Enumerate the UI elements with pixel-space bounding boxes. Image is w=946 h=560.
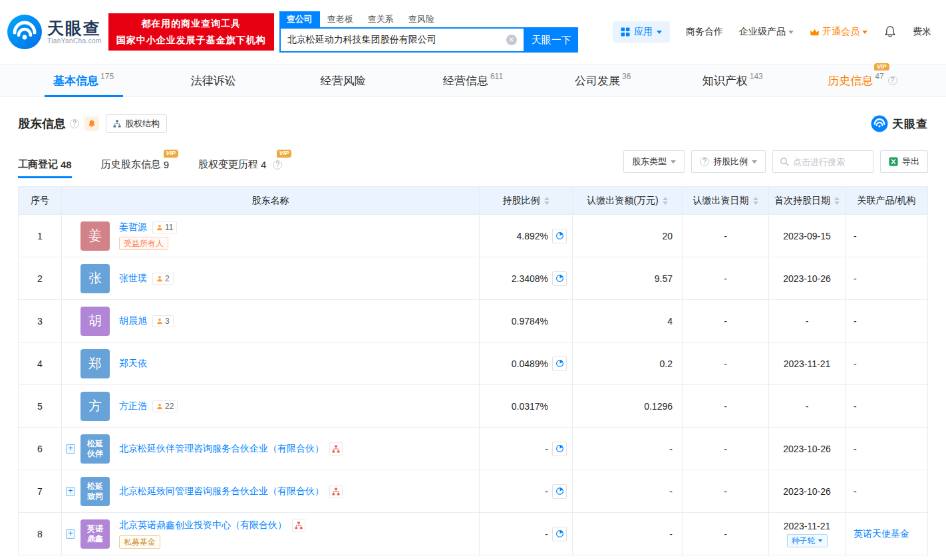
partner-count-badge[interactable]: 11 [152,221,177,233]
column-header-index: 序号 [19,187,62,215]
private-fund-tag: 私募基金 [119,535,160,549]
tab-operational-risk[interactable]: 经营风险 [278,65,408,96]
sort-control[interactable] [663,197,668,205]
help-icon[interactable] [273,160,282,170]
search-tab-relation[interactable]: 查关系 [361,11,401,27]
table-row: 6 松延 伙伴 北京松延伙伴管理咨询服务合伙企业（有限合伙） [19,428,928,470]
tab-legal-proceedings[interactable]: 法律诉讼 [148,65,278,96]
sort-control[interactable] [753,197,758,205]
table-search-input[interactable] [793,157,866,167]
amount-value: - [573,428,683,470]
column-header-shareholder-name: 股东名称 [62,187,480,215]
pie-chart-button[interactable] [552,356,567,371]
search-tab-company[interactable]: 查公司 [279,11,320,27]
brand-domain: TianYanCha.com [47,37,102,45]
shareholder-type-filter[interactable]: 股东类型 [623,150,685,173]
person-icon [156,403,163,410]
column-header-first-holding-date[interactable]: 首次持股日期 [769,187,846,215]
search-button[interactable]: 天眼一下 [525,27,578,53]
company-search-input[interactable] [281,35,506,45]
org-chart-icon [332,488,340,495]
apps-menu-button[interactable]: 应用 [613,21,670,43]
shareholder-name-link[interactable]: 张世璞 [119,273,147,285]
pie-chart-button[interactable] [552,229,567,243]
subtab-business-registration[interactable]: 工商登记48 [18,158,72,178]
shareholder-avatar: 方 [80,392,110,421]
first-holding-date: - [769,385,846,428]
user-menu[interactable]: 费米 [913,26,931,38]
shareholders-table: 序号 股东名称 持股比例 认缴出资额(万元) 认缴出资日期 首次持股日期 关联产… [18,186,928,555]
help-icon[interactable] [70,119,79,128]
business-cooperation-link[interactable]: 商务合作 [686,26,723,38]
shareholder-name-link[interactable]: 方正浩 [119,400,147,412]
help-icon[interactable] [888,76,897,85]
search-area: 查公司 查老板 查关系 查风险 天眼一下 [279,11,578,53]
table-row: 5 方 方正浩 22 [19,385,928,428]
tab-business-info[interactable]: 经营信息611 [408,65,538,96]
person-icon [156,224,163,231]
column-header-subscribed-amount[interactable]: 认缴出资额(万元) [573,187,683,215]
enterprise-products-menu[interactable]: 企业级产品 [739,26,794,38]
expand-row-button[interactable] [66,444,75,454]
funding-round-tag[interactable]: 种子轮 [787,534,828,547]
partner-count-badge[interactable]: 2 [152,273,174,285]
tab-company-development[interactable]: 公司发展36 [538,65,668,96]
shareholder-name-link[interactable]: 姜哲源 [119,221,147,233]
slogan-line-2: 国家中小企业发展子基金旗下机构 [116,32,266,49]
shareholder-name-link[interactable]: 北京英诺鼎鑫创业投资中心（有限合伙） [119,519,287,531]
pie-chart-button[interactable] [552,484,567,499]
tab-history-info[interactable]: VIP 历史信息 47 [798,65,927,96]
vip-badge: VIP [164,150,179,158]
expand-row-button[interactable] [66,529,75,539]
first-holding-date: - [769,300,846,343]
sort-control[interactable] [544,197,550,205]
shareholder-avatar: 胡 [80,307,110,336]
subtab-equity-change-history[interactable]: VIP 股权变更历程4 [198,158,282,178]
tab-intellectual-property[interactable]: 知识产权143 [668,65,798,96]
notifications-bell-icon[interactable] [883,25,897,39]
column-header-subscription-date[interactable]: 认缴出资日期 [683,187,769,215]
shareholder-name-link[interactable]: 郑天依 [119,358,147,370]
shareholding-ratio-filter[interactable]: 持股比例 [691,150,766,173]
shareholder-name-link[interactable]: 北京松延伙伴管理咨询服务合伙企业（有限合伙） [119,443,324,455]
expand-row-button[interactable] [66,487,75,496]
org-chart-icon [332,445,340,453]
column-header-ratio[interactable]: 持股比例 [480,187,573,215]
partner-count-badge[interactable]: 22 [152,400,178,412]
sort-control[interactable] [834,197,840,205]
export-button[interactable]: 导出 [880,150,928,173]
partner-count-badge[interactable]: 3 [152,315,174,327]
shareholder-name-link[interactable]: 胡晨旭 [119,315,147,327]
search-tab-risk[interactable]: 查风险 [401,11,442,27]
vip-membership-link[interactable]: 开通会员 [810,26,867,38]
pie-icon [555,444,564,453]
subscription-date: - [683,513,769,555]
subscribe-bell-button[interactable] [84,116,99,131]
subscription-date: - [683,470,769,513]
subscription-date: - [683,343,769,385]
shareholder-name-link[interactable]: 北京松延致同管理咨询服务合伙企业（有限合伙） [119,486,324,497]
equity-structure-icon-button[interactable] [292,519,305,532]
table-row: 4 郑 郑天依 0.0489% [19,343,928,385]
equity-structure-icon-button[interactable] [329,442,343,456]
tianyancha-logo[interactable]: 天眼查 TianYanCha.com [7,14,102,50]
row-index: 6 [19,428,62,470]
tab-basic-info[interactable]: 基本信息175 [19,65,148,96]
equity-structure-button[interactable]: 股权结构 [106,114,167,133]
subtab-history-shareholders[interactable]: VIP 历史股东信息9 [101,158,169,178]
first-holding-date: 2023-10-26 [769,257,846,300]
org-chart-icon [113,120,121,128]
search-tab-boss[interactable]: 查老板 [320,11,361,27]
clear-input-icon[interactable] [506,35,517,45]
equity-structure-icon-button[interactable] [329,485,343,498]
pie-chart-button[interactable] [552,527,567,541]
pie-chart-button[interactable] [552,442,567,456]
first-holding-date: 2023-10-26 [769,470,846,513]
ratio-value: 0.0489% [512,358,548,369]
chevron-down-icon [862,31,867,37]
shareholder-avatar: 松延 伙伴 [80,434,110,464]
related-fund-link[interactable]: 英诺天使基金 [854,528,909,539]
beneficial-owner-tag: 受益所有人 [119,237,168,250]
pie-chart-button[interactable] [552,271,567,286]
enterprise-products-label: 企业级产品 [739,26,786,38]
